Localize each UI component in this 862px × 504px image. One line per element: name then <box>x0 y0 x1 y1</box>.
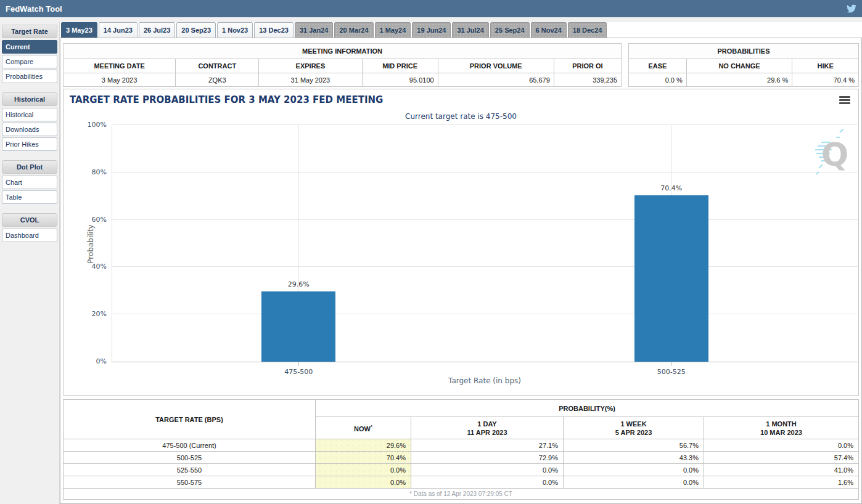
week-value: 0.0% <box>564 476 704 489</box>
col-hike: HIKE <box>792 59 859 73</box>
week-value: 43.3% <box>564 452 704 464</box>
rate-label: 500-525 <box>64 452 316 464</box>
sidebar-item-prior-hikes[interactable]: Prior Hikes <box>2 137 57 151</box>
sidebar-item-table[interactable]: Table <box>2 190 57 204</box>
day-value: 0.0% <box>411 464 564 476</box>
col-prior-volume: PRIOR VOLUME <box>438 59 554 73</box>
twitter-bird-icon[interactable] <box>847 4 856 13</box>
y-axis-title: Probability <box>86 224 95 263</box>
no-change-value: 29.6 % <box>686 73 792 87</box>
bar-data-label: 70.4% <box>660 184 682 192</box>
chart-menu-icon[interactable] <box>839 96 850 105</box>
y-axis-tick-label: 100% <box>88 121 107 129</box>
tab-20-sep23[interactable]: 20 Sep23 <box>176 22 216 38</box>
prior-volume-value: 65,679 <box>438 73 554 87</box>
sidebar-item-probabilities[interactable]: Probabilities <box>2 70 57 83</box>
main-area: 3 May23 14 Jun23 26 Jul23 20 Sep23 1 Nov… <box>60 22 862 504</box>
tab-20-mar24[interactable]: 20 Mar24 <box>334 22 373 38</box>
meeting-tabs: 3 May23 14 Jun23 26 Jul23 20 Sep23 1 Nov… <box>60 22 862 38</box>
quikstrike-watermark-icon: Q <box>815 129 851 178</box>
chart-subtitle: Current target rate is 475-500 <box>64 112 858 121</box>
svg-text:Q: Q <box>821 136 848 173</box>
now-value: 0.0% <box>316 476 411 489</box>
corner-header: TARGET RATE (BPS) <box>64 400 316 439</box>
month-value: 41.0% <box>704 464 859 476</box>
sidebar-header-target-rate: Target Rate <box>2 25 57 38</box>
probability-bar <box>634 195 708 362</box>
tab-3-may23[interactable]: 3 May23 <box>61 22 97 38</box>
tab-1-may24[interactable]: 1 May24 <box>375 22 411 38</box>
col-expires: EXPIRES <box>259 59 362 73</box>
probability-bar <box>261 291 335 362</box>
tab-19-jun24[interactable]: 19 Jun24 <box>412 22 451 38</box>
sidebar-item-chart[interactable]: Chart <box>2 176 57 189</box>
x-axis-title: Target Rate (in bps) <box>112 376 858 385</box>
tab-31-jan24[interactable]: 31 Jan24 <box>295 22 333 38</box>
sidebar-item-current[interactable]: Current <box>2 40 57 54</box>
tab-26-jul23[interactable]: 26 Jul23 <box>139 22 175 38</box>
day-value: 0.0% <box>411 476 564 489</box>
col-mid-price: MID PRICE <box>362 59 438 73</box>
gridline <box>112 219 858 220</box>
month-value: 1.6% <box>704 476 859 489</box>
col-prior-oi: PRIOR OI <box>554 59 621 73</box>
meeting-information-table: MEETING INFORMATION MEETING DATE CONTRAC… <box>63 43 622 87</box>
sidebar: Target Rate Current Compare Probabilitie… <box>0 22 60 504</box>
expires-value: 31 May 2023 <box>259 73 362 87</box>
probability-history-table: TARGET RATE (BPS) PROBABILITY(%) NOW* 1 … <box>63 399 859 500</box>
meeting-date-value: 3 May 2023 <box>64 73 176 87</box>
week-value: 56.7% <box>564 439 704 452</box>
x-axis-category-label: 475-500 <box>284 368 313 376</box>
table-row: 525-550 0.0% 0.0% 0.0% 41.0% <box>64 464 859 476</box>
col-meeting-date: MEETING DATE <box>64 59 176 73</box>
tab-content-panel: MEETING INFORMATION MEETING DATE CONTRAC… <box>60 38 862 504</box>
sidebar-item-dashboard[interactable]: Dashboard <box>2 229 57 242</box>
sidebar-item-historical[interactable]: Historical <box>2 108 57 121</box>
col-contract: CONTRACT <box>176 59 259 73</box>
sidebar-item-compare[interactable]: Compare <box>2 55 57 68</box>
col-now: NOW* <box>316 417 411 439</box>
now-value: 70.4% <box>316 452 411 464</box>
month-value: 57.4% <box>704 452 859 464</box>
bar-data-label: 29.6% <box>288 280 310 288</box>
header-spacer <box>0 17 862 22</box>
week-value: 0.0% <box>564 464 704 476</box>
sidebar-header-dot-plot: Dot Plot <box>2 160 57 174</box>
col-1-week: 1 WEEK5 APR 2023 <box>564 417 704 439</box>
table-row: 475-500 (Current) 29.6% 27.1% 56.7% 0.0% <box>64 439 859 452</box>
target-rate-chart: TARGET RATE PROBABILITIES FOR 3 MAY 2023… <box>63 89 859 396</box>
y-axis-tick-label: 60% <box>92 216 107 224</box>
now-value: 0.0% <box>316 464 411 476</box>
tab-1-nov23[interactable]: 1 Nov23 <box>217 22 253 38</box>
rate-label: 475-500 (Current) <box>64 439 316 452</box>
tab-6-nov24[interactable]: 6 Nov24 <box>531 22 567 38</box>
table-row: 500-525 70.4% 72.9% 43.3% 57.4% <box>64 452 859 464</box>
probabilities-summary-table: PROBABILITIES EASE NO CHANGE HIKE 0.0 % … <box>628 43 859 87</box>
table-row: 550-575 0.0% 0.0% 0.0% 1.6% <box>64 476 859 489</box>
x-axis-tick <box>298 362 299 366</box>
col-ease: EASE <box>629 59 687 73</box>
prior-oi-value: 339,235 <box>554 73 621 87</box>
day-value: 27.1% <box>411 439 564 452</box>
col-1-day: 1 DAY11 APR 2023 <box>411 417 564 439</box>
month-value: 0.0% <box>704 439 859 452</box>
meeting-info-title: MEETING INFORMATION <box>64 44 622 59</box>
x-axis-category-label: 500-525 <box>657 368 686 376</box>
tab-18-dec24[interactable]: 18 Dec24 <box>568 22 607 38</box>
tab-13-dec23[interactable]: 13 Dec23 <box>254 22 293 38</box>
y-axis-tick-label: 0% <box>96 358 107 365</box>
now-value: 29.6% <box>316 439 411 452</box>
tab-25-sep24[interactable]: 25 Sep24 <box>490 22 530 38</box>
col-1-month: 1 MONTH10 MAR 2023 <box>704 417 859 439</box>
tab-14-jun23[interactable]: 14 Jun23 <box>99 22 138 38</box>
ease-value: 0.0 % <box>629 73 687 87</box>
probability-group-header: PROBABILITY(%) <box>316 400 859 417</box>
day-value: 72.9% <box>411 452 564 464</box>
rate-label: 550-575 <box>64 476 316 489</box>
contract-value: ZQK3 <box>176 73 259 87</box>
gridline <box>112 266 858 267</box>
rate-label: 525-550 <box>64 464 316 476</box>
sidebar-item-downloads[interactable]: Downloads <box>2 123 57 136</box>
y-axis-tick-label: 80% <box>92 169 107 176</box>
tab-31-jul24[interactable]: 31 Jul24 <box>452 22 488 38</box>
